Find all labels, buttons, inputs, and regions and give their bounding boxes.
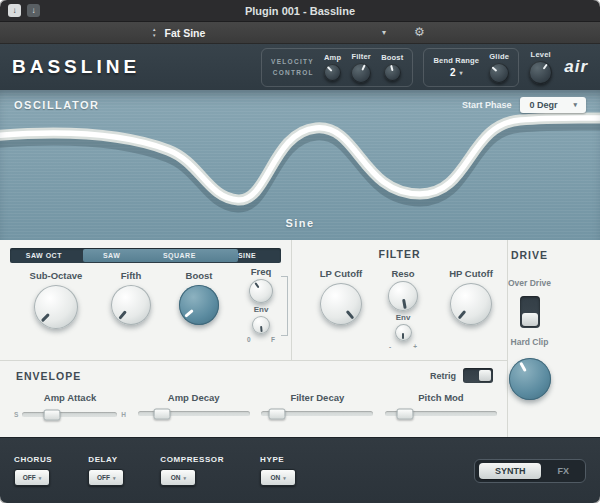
filter-env-max: + — [413, 343, 417, 350]
tab-synth[interactable]: SYNTH — [479, 463, 542, 479]
load-preset-icon[interactable]: ↓ — [27, 4, 40, 17]
pitch-mod-label: Pitch Mod — [418, 392, 463, 403]
tab-saw[interactable]: SAW — [78, 252, 146, 259]
amp-attack-min-label: S — [14, 411, 18, 418]
compressor-toggle-button[interactable]: ON ▾ — [160, 469, 196, 486]
bend-range-label: Bend Range — [433, 56, 479, 65]
amp-attack-slider[interactable] — [22, 412, 117, 417]
retrig-toggle[interactable] — [463, 368, 493, 383]
hp-cutoff-knob[interactable] — [450, 283, 492, 325]
hype-state: ON — [270, 474, 280, 481]
osc-env-label: Env — [254, 305, 269, 314]
delay-state: OFF — [97, 474, 110, 481]
amp-decay-handle[interactable] — [154, 408, 171, 419]
delay-toggle-button[interactable]: OFF ▾ — [88, 469, 124, 486]
bend-glide-group: Bend Range 2 ▾ Glide — [423, 48, 519, 87]
delay-label: DELAY — [88, 455, 124, 464]
tab-square[interactable]: SQUARE — [146, 252, 214, 259]
sub-octave-knob[interactable] — [34, 285, 78, 329]
velocity-amp-knob[interactable] — [324, 64, 341, 81]
fifth-knob[interactable] — [111, 285, 151, 325]
bend-range-selector[interactable]: 2 ▾ — [450, 67, 463, 78]
tab-sine[interactable]: SINE — [213, 252, 281, 259]
boost-knob-label: Boost — [381, 53, 403, 62]
chorus-label: CHORUS — [14, 455, 52, 464]
arrow-down-icon: ↓ — [13, 7, 17, 15]
filter-decay-handle[interactable] — [268, 408, 285, 419]
oscillator-title: OSCILLATOR — [14, 99, 99, 111]
filter-knob-label: Filter — [351, 52, 371, 61]
hype-toggle-button[interactable]: ON ▾ — [260, 469, 296, 486]
glide-knob[interactable] — [489, 63, 509, 83]
arrow-down-icon: ↓ — [32, 7, 36, 15]
drive-panel: DRIVE Over Drive Hard Clip — [508, 240, 551, 437]
filter-env-knob[interactable] — [395, 324, 412, 341]
plugin-window: ↓ ↓ Plugin 001 - Bassline ▲ ▼ Fat Sine ▾… — [0, 0, 600, 503]
reso-knob[interactable] — [388, 281, 418, 311]
amp-attack-handle[interactable] — [43, 409, 60, 420]
oscillator-controls-panel: SAW OCT SAW SQUARE SINE Sub-Octave Fifth — [0, 240, 292, 360]
pitch-mod-handle[interactable] — [397, 408, 414, 419]
tab-saw-oct[interactable]: SAW OCT — [10, 252, 78, 259]
bottom-bar: CHORUS OFF ▾ DELAY OFF ▾ COMPRESSOR ON ▾… — [0, 437, 600, 503]
bend-range-value: 2 — [450, 67, 456, 78]
start-phase-dropdown[interactable]: 0 Degr ▾ — [520, 97, 586, 113]
chorus-caret-icon: ▾ — [39, 475, 42, 481]
amp-attack-label: Amp Attack — [44, 392, 96, 403]
drive-mode-switch-handle[interactable] — [522, 313, 538, 326]
preset-caret-icon[interactable]: ▾ — [382, 28, 386, 37]
filter-panel: FILTER LP Cutoff Reso Env - + — [292, 240, 507, 360]
over-drive-label: Over Drive — [508, 278, 551, 288]
velocity-filter-knob[interactable] — [351, 63, 371, 83]
freq-knob[interactable] — [249, 279, 273, 303]
chorus-toggle-button[interactable]: OFF ▾ — [14, 469, 50, 486]
gear-icon[interactable]: ⚙ — [414, 25, 425, 41]
spinner-down-icon[interactable]: ▼ — [152, 33, 156, 38]
compressor-state: ON — [171, 474, 181, 481]
envelope-panel: ENVELOPE Retrig Amp Attack S H — [0, 360, 507, 437]
filter-decay-slider[interactable] — [261, 411, 373, 416]
retrig-label: Retrig — [430, 371, 456, 381]
header-strip: BASSLINE VELOCITY CONTROL Amp Filter Boo… — [0, 44, 600, 90]
start-phase-value: 0 Degr — [529, 100, 557, 110]
chorus-state: OFF — [23, 474, 36, 481]
envelope-sliders: Amp Attack S H Amp Decay — [14, 392, 497, 418]
filter-env-range: - + — [389, 343, 417, 350]
osc-env-max: F — [271, 336, 275, 343]
start-phase-control: Start Phase 0 Degr ▾ — [462, 97, 586, 113]
waveform-selector[interactable]: SAW OCT SAW SQUARE SINE — [10, 248, 281, 263]
osc-env-knob[interactable] — [252, 316, 270, 334]
view-switcher: SYNTH FX — [474, 459, 586, 483]
compressor-caret-icon: ▾ — [183, 475, 186, 481]
filter-title: FILTER — [292, 248, 507, 260]
retrig-control: Retrig — [430, 368, 493, 383]
hype-label: HYPE — [260, 455, 296, 464]
pitch-mod-slider[interactable] — [385, 411, 497, 416]
amp-attack-max-label: H — [121, 411, 126, 418]
drive-mode-switch[interactable] — [520, 296, 540, 328]
bassline-logo: BASSLINE — [12, 56, 140, 78]
start-phase-caret-icon[interactable]: ▾ — [573, 101, 577, 109]
osc-env-range: 0 F — [247, 336, 275, 343]
lp-cutoff-knob[interactable] — [320, 283, 362, 325]
level-knob[interactable] — [529, 61, 552, 84]
hard-clip-label: Hard Clip — [508, 337, 551, 347]
retrig-toggle-handle[interactable] — [479, 370, 491, 381]
tab-fx[interactable]: FX — [545, 463, 581, 479]
velocity-boost-knob[interactable] — [384, 64, 401, 81]
osc-boost-knob[interactable] — [179, 285, 219, 325]
delay-caret-icon: ▾ — [113, 475, 116, 481]
compressor-label: COMPRESSOR — [160, 455, 224, 464]
save-preset-icon[interactable]: ↓ — [8, 4, 21, 17]
preset-selector[interactable]: ▲ ▼ Fat Sine ▾ — [146, 24, 392, 41]
bend-range-caret-icon[interactable]: ▾ — [460, 69, 463, 76]
filter-decay-label: Filter Decay — [290, 392, 344, 403]
amp-decay-slider[interactable] — [138, 411, 250, 416]
preset-spinner[interactable]: ▲ ▼ — [152, 27, 156, 37]
preset-name: Fat Sine — [164, 27, 374, 39]
filter-env-min: - — [389, 343, 391, 350]
drive-amount-knob[interactable] — [509, 358, 551, 400]
wave-name-label: Sine — [0, 217, 600, 229]
envelope-title: ENVELOPE — [16, 370, 81, 382]
title-bar: ↓ ↓ Plugin 001 - Bassline — [0, 0, 600, 22]
